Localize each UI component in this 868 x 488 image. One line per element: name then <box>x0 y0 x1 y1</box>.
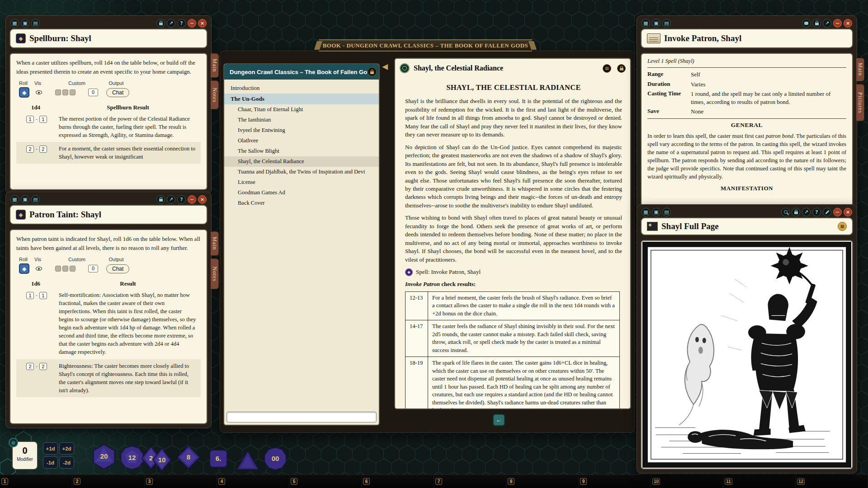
table-row[interactable]: 1-1 The merest portion of the power of t… <box>16 112 201 142</box>
window-grid-button[interactable]: ▤ <box>31 195 40 204</box>
d8-die[interactable]: 8 <box>176 445 201 469</box>
lock-button[interactable] <box>792 208 800 216</box>
visibility-button[interactable] <box>29 267 48 271</box>
image-options-button[interactable]: ≡ <box>838 222 847 231</box>
toc-lock-button[interactable] <box>368 67 377 76</box>
plus-1d-button[interactable]: +1d <box>43 442 58 455</box>
minus-1d-button[interactable]: -1d <box>43 456 58 469</box>
window-titlebar[interactable]: ◆ Patron Taint: Shayl <box>9 205 208 225</box>
zoom-button[interactable] <box>781 208 790 216</box>
window-grid-button[interactable]: ▤ <box>662 19 671 28</box>
d4-die[interactable] <box>235 449 260 472</box>
minimize-button[interactable]: − <box>188 195 196 204</box>
table-row[interactable]: 2-2 Righteousness: The caster becomes mo… <box>16 359 201 398</box>
toc-item-ivyeel[interactable]: Ivyeel the Entwining <box>224 125 379 136</box>
window-grid-button[interactable]: ▤ <box>31 19 40 28</box>
minimize-button[interactable]: − <box>188 19 196 28</box>
window-titlebar[interactable]: ◆ Spellburn: Shayl <box>9 28 208 48</box>
share-button[interactable]: ↗ <box>823 19 831 28</box>
collapse-toc-button[interactable]: ◀ <box>382 62 388 71</box>
tab-main[interactable]: Main <box>211 231 219 256</box>
draw-button[interactable] <box>823 208 831 216</box>
help-button[interactable]: ? <box>177 195 186 204</box>
table-row[interactable]: 2-2 For a moment, the caster senses thei… <box>16 142 201 164</box>
hotbar-slot[interactable]: 9 <box>579 475 651 488</box>
hotbar-slot[interactable]: 7 <box>434 475 506 488</box>
help-button[interactable]: ? <box>812 208 821 216</box>
toc-item-introduction[interactable]: Introduction <box>224 83 379 94</box>
minus-2d-button[interactable]: -2d <box>59 456 74 469</box>
page-back-button[interactable]: ← <box>493 414 505 426</box>
window-titlebar[interactable]: Shayl Full Page ≡ <box>641 217 853 235</box>
hotbar-slot[interactable]: 2 <box>72 475 145 488</box>
custom-modifier-box[interactable]: 0 <box>88 89 98 96</box>
window-stack-button[interactable]: ▣ <box>21 195 29 204</box>
roll-button[interactable]: ◆ <box>19 87 29 98</box>
chat-bubble-button[interactable] <box>802 19 811 28</box>
book-banner[interactable]: BOOK - DUNGEON CRAWL CLASSICS – THE BOOK… <box>318 39 533 52</box>
window-stack-button[interactable]: ▣ <box>652 19 660 28</box>
toc-item-sallow-blight[interactable]: The Sallow Blight <box>224 146 379 156</box>
roll-button[interactable]: ◆ <box>19 263 29 274</box>
window-stack-button[interactable]: ▣ <box>21 19 29 28</box>
custom-dice-slots[interactable] <box>48 89 82 95</box>
modifier-target-icon[interactable]: ◎ <box>9 438 18 447</box>
page-copy-button[interactable]: ▤ <box>603 64 611 73</box>
toc-item-goodman-games-ad[interactable]: Goodman Games Ad <box>224 188 379 198</box>
toc-search-input[interactable] <box>226 412 377 422</box>
close-button[interactable]: × <box>198 19 207 28</box>
hotbar-slot[interactable]: 1 <box>0 475 72 488</box>
toc-item-tuanna[interactable]: Tuanna and Djahlbak, the Twins of Inspir… <box>224 167 379 177</box>
page-lock-button[interactable] <box>617 64 626 73</box>
hotbar-slot[interactable]: 8 <box>506 475 579 488</box>
visibility-button[interactable] <box>29 90 48 94</box>
toc-item-olathvee[interactable]: Olathvee <box>224 136 379 146</box>
d100-die[interactable]: 00 <box>263 446 288 471</box>
tab-pictures[interactable]: Pictures <box>856 84 864 121</box>
close-button[interactable]: × <box>844 19 852 28</box>
help-button[interactable]: ? <box>177 19 186 28</box>
plus-2d-button[interactable]: +2d <box>59 442 74 455</box>
output-chat-button[interactable]: Chat <box>106 264 129 273</box>
lock-button[interactable] <box>156 195 165 204</box>
window-grid-button[interactable]: ▤ <box>662 208 671 216</box>
hotbar-slot[interactable]: 6 <box>362 475 434 488</box>
d-percentile-die[interactable]: 10 <box>152 447 172 472</box>
share-button[interactable]: ↗ <box>802 208 811 216</box>
radial-menu-button[interactable]: ▦ <box>642 208 650 216</box>
toc-item-chaar[interactable]: Chaar, Titan of Eternal Light <box>224 104 379 115</box>
hotbar-slot[interactable]: 11 <box>723 475 796 488</box>
d6-die[interactable]: 6. <box>208 448 229 469</box>
close-button[interactable]: × <box>844 208 852 216</box>
hotbar-slot[interactable]: 10 <box>651 475 723 488</box>
hotbar-slot[interactable]: 4 <box>217 475 289 488</box>
lock-button[interactable] <box>812 19 821 28</box>
lock-button[interactable] <box>156 19 165 28</box>
modifier-widget[interactable]: ◎ 0 Modifier <box>12 441 38 470</box>
toc-item-shayl[interactable]: Shayl, the Celestial Radiance <box>224 156 379 167</box>
share-button[interactable]: ↗ <box>167 19 175 28</box>
window-titlebar[interactable]: Invoke Patron, Shayl <box>641 28 853 48</box>
tab-main[interactable]: Main <box>211 53 219 78</box>
toc-item-ianthinian[interactable]: The Ianthinian <box>224 115 379 125</box>
table-row[interactable]: 1-1 Self-mortification: Association with… <box>16 288 201 359</box>
hotbar-slot[interactable]: 12 <box>796 475 868 488</box>
minimize-button[interactable]: − <box>833 19 842 28</box>
custom-dice-slots[interactable] <box>48 266 82 272</box>
window-stack-button[interactable]: ▣ <box>652 208 660 216</box>
spell-link[interactable]: ◆ Spell: Invoke Patron, Shayl <box>405 268 622 276</box>
close-button[interactable]: × <box>198 195 207 204</box>
d20-die[interactable]: 20 <box>91 444 117 470</box>
tab-main[interactable]: Main <box>856 58 864 81</box>
tab-notes[interactable]: Notes <box>211 80 219 109</box>
toc-item-license[interactable]: License <box>224 177 379 188</box>
radial-menu-button[interactable]: ▦ <box>10 195 19 204</box>
minimize-button[interactable]: − <box>833 208 842 216</box>
radial-menu-button[interactable]: ▦ <box>642 19 650 28</box>
toc-item-the-un-gods[interactable]: The Un-Gods <box>224 94 379 104</box>
toc-item-back-cover[interactable]: Back Cover <box>224 198 379 208</box>
radial-menu-button[interactable]: ▦ <box>10 19 19 28</box>
hotbar-slot[interactable]: 5 <box>289 475 362 488</box>
hotbar-slot[interactable]: 3 <box>145 475 217 488</box>
tab-notes[interactable]: Notes <box>211 258 219 289</box>
